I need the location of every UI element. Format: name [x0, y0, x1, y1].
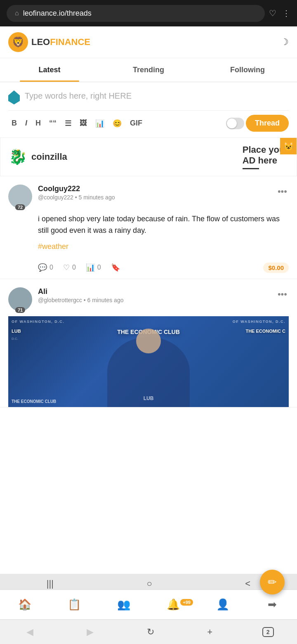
composer-input-area[interactable]: Type words here, right HERE	[8, 89, 289, 109]
heart-action-icon: ♡	[63, 263, 70, 272]
comment-count: 0	[50, 264, 53, 271]
thread-button[interactable]: Thread	[246, 115, 289, 132]
comment-icon: 💬	[38, 263, 47, 272]
ad-mascot-icon: 🐉	[9, 148, 27, 166]
post-username[interactable]: Coolguy222	[38, 185, 270, 193]
tab-following[interactable]: Following	[198, 58, 297, 82]
post-coolguy222: 72 Coolguy222 @coolguy222 • 5 minutes ag…	[0, 176, 297, 279]
post-text: i opened shop very late today because of…	[38, 213, 289, 237]
quote-button[interactable]: ““	[46, 116, 60, 130]
post-ali: 71 Ali @globetrottergcc • 6 minutes ago …	[0, 279, 297, 407]
avatar-badge-ali: 71	[15, 307, 25, 313]
econ-club-label-right: THE ECONOMIC C	[245, 329, 285, 334]
avatar-wrap-ali: 71	[8, 287, 32, 311]
logo-finance: FINANCE	[50, 37, 90, 47]
avatar-wrap: 72	[8, 185, 32, 208]
ad-brand: coinzilla	[31, 152, 67, 162]
ad-tagline2: AD here	[243, 155, 277, 166]
post-header: 72 Coolguy222 @coolguy222 • 5 minutes ag…	[8, 185, 289, 208]
tab-latest[interactable]: Latest	[0, 58, 99, 82]
bookmark-icon: 🔖	[111, 263, 120, 272]
tab-trending[interactable]: Trending	[99, 58, 198, 82]
views-icon: 📊	[86, 263, 95, 272]
econ-club-sub-left: D.C.	[12, 337, 18, 341]
like-count: 0	[72, 264, 76, 271]
post-image-ali: OF WASHINGTON, D.C. OF WASHINGTON, D.C. …	[8, 316, 289, 407]
ad-banner[interactable]: 🐉 coinzilla Place your AD here 😺	[0, 137, 297, 176]
post-meta: Coolguy222 @coolguy222 • 5 minutes ago	[38, 185, 270, 201]
post-tag[interactable]: #weather	[38, 242, 289, 251]
like-action[interactable]: ♡ 0	[63, 263, 76, 272]
speaker-head	[136, 329, 161, 353]
post-more-menu-ali[interactable]: •••	[276, 287, 289, 301]
post-handle-time-ali: @globetrottergcc • 6 minutes ago	[38, 297, 270, 303]
econ-club-label-left: LUB	[12, 329, 21, 334]
econ-club-label-tr: OF WASHINGTON, D.C.	[233, 320, 285, 324]
ad-underline	[243, 168, 259, 169]
post-actions: 💬 0 ♡ 0 📊 0 🔖 $0.00	[38, 258, 289, 279]
composer-toolbar: B I H ““ ☰ 🖼 📊 😊 GIF Thread	[8, 110, 289, 137]
toggle-button[interactable]	[226, 118, 244, 129]
heart-icon[interactable]: ♡	[269, 8, 276, 18]
views-action[interactable]: 📊 0	[86, 263, 101, 272]
post-value: $0.00	[263, 263, 289, 273]
post-image-inner: OF WASHINGTON, D.C. OF WASHINGTON, D.C. …	[8, 316, 289, 407]
econ-club-label-tl: OF WASHINGTON, D.C.	[12, 320, 64, 324]
image-button[interactable]: 🖼	[76, 116, 90, 130]
ad-corner-icon: 😺	[280, 138, 297, 154]
comment-action[interactable]: 💬 0	[38, 263, 53, 272]
content-area: Type words here, right HERE B I H ““ ☰ 🖼…	[0, 82, 297, 515]
econ-club-watermark-mid: LUB	[144, 395, 154, 401]
logo[interactable]: 🦁 LEOFINANCE	[8, 32, 90, 52]
composer-drop-icon	[8, 90, 20, 104]
site-header: 🦁 LEOFINANCE ☽	[0, 26, 297, 58]
gif-button[interactable]: GIF	[127, 116, 146, 130]
chart-button[interactable]: 📊	[92, 116, 108, 130]
bold-button[interactable]: B	[8, 116, 20, 130]
italic-button[interactable]: I	[22, 116, 31, 130]
home-icon: ⌂	[15, 9, 19, 17]
logo-leo: LEO	[31, 37, 50, 47]
url-bar[interactable]: ⌂ leofinance.io/threads	[7, 5, 265, 22]
dark-mode-icon[interactable]: ☽	[280, 37, 289, 47]
list-button[interactable]: ☰	[61, 116, 75, 130]
browser-bar: ⌂ leofinance.io/threads ♡ ⋮	[0, 0, 297, 26]
ad-left: 🐉 coinzilla	[9, 148, 67, 166]
emoji-button[interactable]: 😊	[109, 116, 125, 130]
browser-icons: ♡ ⋮	[269, 8, 290, 18]
bookmark-action[interactable]: 🔖	[111, 263, 120, 272]
heading-button[interactable]: H	[32, 116, 44, 130]
post-more-menu[interactable]: •••	[276, 185, 289, 199]
composer-placeholder[interactable]: Type words here, right HERE	[25, 89, 132, 101]
post-meta-ali: Ali @globetrottergcc • 6 minutes ago	[38, 287, 270, 303]
menu-icon[interactable]: ⋮	[282, 8, 290, 18]
avatar-badge: 72	[15, 204, 25, 210]
composer: Type words here, right HERE B I H ““ ☰ 🖼…	[0, 82, 297, 137]
post-handle-time: @coolguy222 • 5 minutes ago	[38, 194, 270, 201]
logo-text: LEOFINANCE	[31, 37, 90, 47]
post-username-ali[interactable]: Ali	[38, 287, 270, 296]
logo-icon: 🦁	[8, 32, 28, 52]
url-text: leofinance.io/threads	[23, 9, 92, 18]
views-count: 0	[97, 264, 101, 271]
econ-club-watermark: THE ECONOMIC CLUB	[12, 399, 56, 404]
post-header-ali: 71 Ali @globetrottergcc • 6 minutes ago …	[8, 287, 289, 311]
tabs-bar: Latest Trending Following	[0, 58, 297, 82]
